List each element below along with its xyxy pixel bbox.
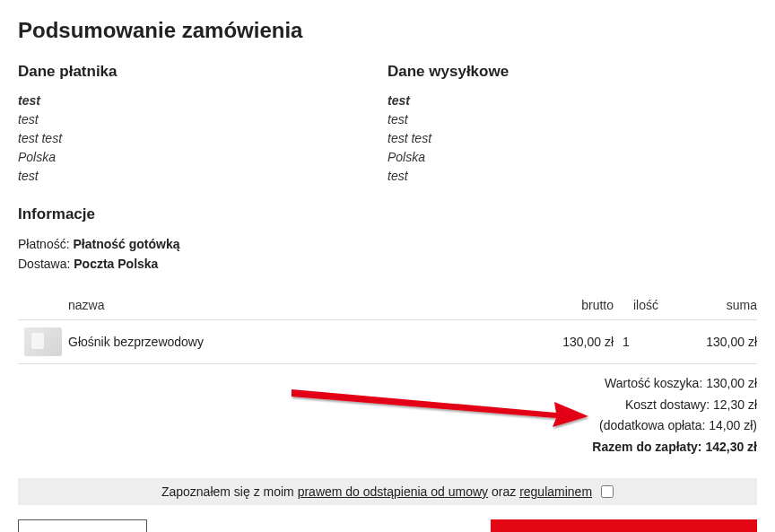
payment-label: Płatność: bbox=[18, 237, 73, 251]
withdrawal-link[interactable]: prawem do odstąpienia od umowy bbox=[298, 484, 488, 499]
product-thumb bbox=[18, 327, 68, 356]
shipping-line: test bbox=[388, 92, 757, 110]
consent-mid: oraz bbox=[488, 484, 519, 499]
payer-block: Dane płatnika test test test test Polska… bbox=[18, 63, 388, 186]
info-block: Informacje Płatność: Płatność gotówką Do… bbox=[18, 205, 757, 275]
page-title: Podsumowanie zamówienia bbox=[18, 18, 757, 43]
payer-line: test bbox=[18, 92, 388, 110]
total-delivery: Koszt dostawy: 12,30 zł bbox=[287, 395, 757, 416]
order-button[interactable]: Zamówienie z obowiązkiem zapłaty. bbox=[491, 519, 757, 532]
info-heading: Informacje bbox=[18, 205, 757, 223]
table-row: Głośnik bezprzewodowy 130,00 zł 1 130,00… bbox=[18, 320, 757, 364]
terms-link[interactable]: regulaminem bbox=[519, 484, 592, 499]
product-qty: 1 bbox=[614, 335, 667, 349]
total-cart: Wartość koszyka: 130,00 zł bbox=[287, 373, 757, 395]
col-sum: suma bbox=[667, 298, 757, 312]
total-extra-fee: (dodatkowa opłata: 14,00 zł) bbox=[287, 415, 757, 437]
product-name: Głośnik bezprzewodowy bbox=[68, 335, 533, 349]
product-brutto: 130,00 zł bbox=[533, 335, 614, 349]
shipping-line: Polska bbox=[388, 148, 757, 167]
items-table: nazwa brutto ilość suma Głośnik bezprzew… bbox=[18, 291, 757, 364]
col-brutto: brutto bbox=[533, 298, 614, 312]
consent-prefix: Zapoznałem się z moim bbox=[161, 484, 298, 499]
payer-line: test test bbox=[18, 129, 388, 148]
consent-checkbox[interactable] bbox=[601, 485, 614, 498]
total-grand: Razem do zapłaty: 142,30 zł bbox=[287, 437, 757, 458]
col-qty: ilość bbox=[614, 298, 667, 312]
payer-line: test bbox=[18, 167, 388, 186]
shipping-line: test bbox=[388, 110, 757, 129]
shipping-line: test bbox=[388, 167, 757, 186]
delivery-value: Poczta Polska bbox=[74, 257, 158, 271]
col-name: nazwa bbox=[68, 298, 533, 312]
back-button[interactable]: Wróć do koszyka bbox=[18, 519, 147, 532]
shipping-heading: Dane wysyłkowe bbox=[388, 63, 757, 81]
shipping-block: Dane wysyłkowe test test test test Polsk… bbox=[388, 63, 757, 186]
consent-bar: Zapoznałem się z moim prawem do odstąpie… bbox=[18, 478, 757, 505]
payer-heading: Dane płatnika bbox=[18, 63, 388, 81]
shipping-line: test test bbox=[388, 129, 757, 148]
delivery-label: Dostawa: bbox=[18, 257, 74, 271]
payer-line: test bbox=[18, 110, 388, 129]
totals-block: Wartość koszyka: 130,00 zł Koszt dostawy… bbox=[18, 373, 757, 458]
product-sum: 130,00 zł bbox=[667, 335, 757, 349]
payment-value: Płatność gotówką bbox=[73, 237, 179, 251]
payer-line: Polska bbox=[18, 148, 388, 167]
